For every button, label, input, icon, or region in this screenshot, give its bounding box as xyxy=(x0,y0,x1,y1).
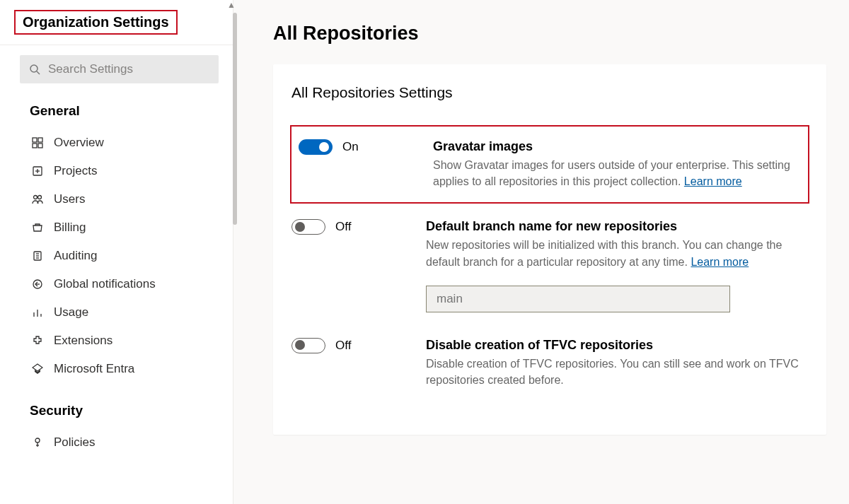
svg-rect-4 xyxy=(33,143,37,148)
sidebar-item-label: Overview xyxy=(54,136,104,150)
settings-panel: All Repositories Settings On Gravatar im… xyxy=(273,64,826,435)
policies-icon xyxy=(31,436,44,449)
sidebar-item-policies[interactable]: Policies xyxy=(0,428,233,457)
section-header-security: Security xyxy=(0,396,233,426)
nav-list-general: Overview Projects Users xyxy=(0,126,233,396)
sidebar-item-label: Global notifications xyxy=(54,277,156,291)
org-settings-title: Organization Settings xyxy=(14,10,178,35)
toggle-wrap: On xyxy=(299,139,419,155)
search-icon xyxy=(28,63,41,76)
search-input[interactable] xyxy=(48,62,210,76)
sidebar-item-projects[interactable]: Projects xyxy=(0,157,233,185)
setting-text: Gravatar images Show Gravatar images for… xyxy=(433,139,801,189)
toggle-wrap: Off xyxy=(291,219,412,235)
sidebar-item-billing[interactable]: Billing xyxy=(0,213,233,242)
svg-rect-2 xyxy=(33,138,37,142)
auditing-icon xyxy=(31,250,44,262)
sidebar-item-label: Billing xyxy=(54,221,86,235)
page-title: All Repositories xyxy=(273,23,826,45)
setting-text: Default branch name for new repositories… xyxy=(426,219,808,312)
sidebar-item-label: Projects xyxy=(54,164,97,178)
setting-default-branch: Off Default branch name for new reposito… xyxy=(291,212,808,330)
setting-desc: Show Gravatar images for users outside o… xyxy=(433,157,801,189)
sidebar-item-label: Microsoft Entra xyxy=(54,362,134,376)
nav-list-security: Policies xyxy=(0,426,233,469)
tfvc-toggle[interactable] xyxy=(291,338,325,353)
setting-desc: Disable creation of TFVC repositories. Y… xyxy=(426,356,808,388)
search-wrap xyxy=(20,55,219,83)
setting-gravatar: On Gravatar images Show Gravatar images … xyxy=(290,125,809,204)
sidebar-item-users[interactable]: Users xyxy=(0,185,233,213)
entra-icon xyxy=(31,363,44,375)
users-icon xyxy=(31,193,44,206)
svg-point-10 xyxy=(38,196,42,199)
setting-title: Gravatar images xyxy=(433,139,801,154)
sidebar-item-microsoft-entra[interactable]: Microsoft Entra xyxy=(0,355,233,383)
sidebar-header: Organization Settings xyxy=(0,0,233,45)
setting-title: Default branch name for new repositories xyxy=(426,219,808,234)
sidebar-item-label: Policies xyxy=(54,435,96,450)
search-box[interactable] xyxy=(20,55,219,83)
setting-title: Disable creation of TFVC repositories xyxy=(426,338,808,353)
sidebar-item-label: Auditing xyxy=(54,249,97,263)
learn-more-link[interactable]: Learn more xyxy=(691,256,749,268)
svg-rect-5 xyxy=(38,143,42,148)
sidebar: Organization Settings General Overview xyxy=(0,0,233,504)
overview-icon xyxy=(31,136,44,149)
gravatar-toggle[interactable] xyxy=(299,139,333,155)
scrollbar-thumb[interactable] xyxy=(233,13,237,225)
toggle-label: On xyxy=(342,140,359,154)
section-header-general: General xyxy=(0,96,233,126)
setting-text: Disable creation of TFVC repositories Di… xyxy=(426,338,808,388)
setting-disable-tfvc: Off Disable creation of TFVC repositorie… xyxy=(291,331,808,406)
projects-icon xyxy=(31,165,44,177)
sidebar-item-label: Extensions xyxy=(54,334,112,348)
default-branch-toggle[interactable] xyxy=(291,219,325,235)
learn-more-link[interactable]: Learn more xyxy=(684,175,742,187)
setting-description-text: Disable creation of TFVC repositories. Y… xyxy=(426,358,799,386)
svg-line-1 xyxy=(37,71,40,74)
toggle-label: Off xyxy=(335,339,351,353)
sidebar-item-auditing[interactable]: Auditing xyxy=(0,242,233,270)
toggle-label: Off xyxy=(335,220,351,234)
svg-point-9 xyxy=(34,196,37,199)
sidebar-item-extensions[interactable]: Extensions xyxy=(0,327,233,355)
svg-point-0 xyxy=(30,65,37,72)
sidebar-item-usage[interactable]: Usage xyxy=(0,298,233,327)
sidebar-item-global-notifications[interactable]: Global notifications xyxy=(0,270,233,298)
default-branch-input[interactable] xyxy=(426,286,730,312)
sidebar-item-label: Usage xyxy=(54,305,88,320)
extensions-icon xyxy=(31,334,44,347)
panel-title: All Repositories Settings xyxy=(291,84,808,101)
notifications-icon xyxy=(31,278,44,291)
sidebar-item-label: Users xyxy=(54,192,85,206)
usage-icon xyxy=(31,306,44,319)
billing-icon xyxy=(31,221,44,234)
svg-point-18 xyxy=(35,438,40,443)
scroll-up-arrow-icon[interactable]: ▲ xyxy=(227,0,236,10)
setting-desc: New repositories will be initialized wit… xyxy=(426,237,808,269)
sidebar-item-overview[interactable]: Overview xyxy=(0,129,233,157)
toggle-wrap: Off xyxy=(291,338,412,353)
main-content: All Repositories All Repositories Settin… xyxy=(233,0,849,504)
svg-rect-3 xyxy=(38,138,42,142)
